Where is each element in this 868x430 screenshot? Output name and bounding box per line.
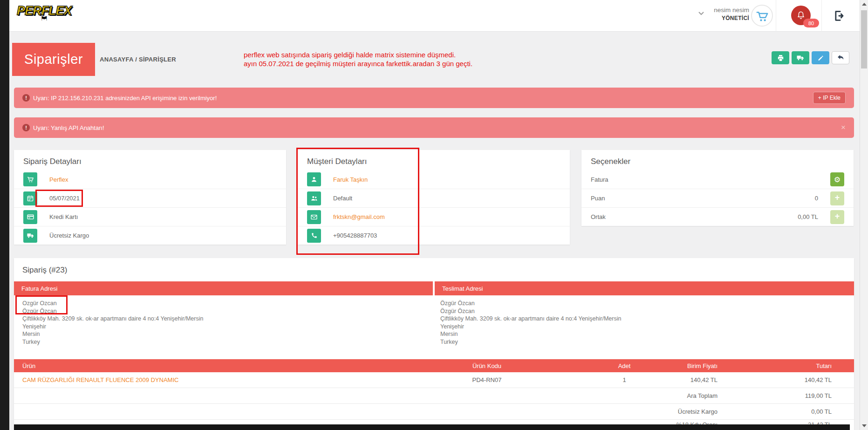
order-card: Sipariş (#23) Fatura Adresi Teslimat Adr…	[14, 258, 854, 430]
invoice-row: Fatura ⚙	[581, 170, 854, 189]
alert-text: Uyarı: Yanlış API Anahtarı!	[33, 124, 104, 131]
col-total: Tutarı	[718, 362, 832, 369]
address-headers: Fatura Adresi Teslimat Adresi	[14, 281, 854, 295]
customer-group-row: Default	[298, 189, 570, 207]
payment-row: Kredi Kartı	[14, 207, 286, 226]
chevron-down-icon[interactable]	[698, 11, 704, 16]
alert-text: Uyarı: IP 212.156.210.231 adresinizden A…	[33, 95, 217, 102]
truck-icon	[796, 54, 805, 62]
clipped-dark-row	[14, 424, 850, 430]
back-arrow-icon	[836, 54, 845, 61]
breadcrumb[interactable]: ANASAYFA / SİPARİŞLER	[100, 56, 176, 63]
products-table: Ürün Ürün Kodu Adet Birim Fiyatı Tutarı …	[14, 359, 854, 430]
product-total: 140,42 TL	[718, 376, 832, 383]
address-line: Turkey	[22, 338, 433, 346]
address-line: Özgür Özcan	[22, 307, 433, 315]
invoice-label: Fatura	[591, 176, 608, 183]
page-scrollbar[interactable]	[860, 0, 868, 430]
shipping-row: Ücretsiz Kargo	[14, 226, 286, 245]
alert-api-key: ! Uyarı: Yanlış API Anahtarı! ×	[14, 117, 854, 138]
bell-icon	[796, 11, 806, 20]
scroll-down-arrow[interactable]	[862, 424, 867, 427]
address-line: Çiftlikköy Mah. 3209 sk. ok-ar apartmanı…	[440, 315, 852, 323]
shipping-button[interactable]	[792, 51, 809, 64]
product-row: CAM RÜZGARLIĞI RENAULT FLUENCE 2009 DYNA…	[14, 372, 854, 388]
product-unit-price: 140,42 TL	[676, 376, 718, 383]
user-role: YÖNETİCİ	[714, 15, 749, 21]
envelope-icon	[307, 210, 321, 224]
partner-label: Ortak	[591, 213, 606, 220]
back-button[interactable]	[832, 51, 849, 64]
address-line: Mersin	[440, 330, 852, 338]
close-icon[interactable]: ×	[841, 123, 846, 132]
customer-name-link[interactable]: Faruk Taşkın	[333, 176, 368, 183]
user-menu[interactable]: nesim nesim YÖNETİCİ	[714, 7, 749, 21]
cart-icon	[23, 172, 37, 186]
warning-icon: !	[22, 124, 30, 131]
order-date: 05/07/2021	[49, 195, 80, 202]
partner-value: 0,00 TL	[798, 213, 818, 220]
customer-name-row: Faruk Taşkın	[298, 170, 570, 189]
address-line: Mersin	[22, 330, 433, 338]
billing-address: Ozgür Ozcan Özgür Özcan Çiftlikköy Mah. …	[14, 295, 433, 346]
summary-label: Ara Toplam	[676, 392, 718, 399]
truck-icon	[23, 229, 37, 243]
logout-icon[interactable]	[833, 9, 846, 22]
alert-api-ip: ! Uyarı: IP 212.156.210.231 adresinizden…	[14, 88, 854, 108]
users-group-icon	[307, 191, 321, 205]
col-qty: Adet	[573, 362, 676, 369]
options-panel: Seçenekler Fatura ⚙ Puan 0 + Ortak 0,00 …	[581, 150, 854, 226]
shipping-address-header: Teslimat Adresi	[435, 281, 854, 295]
pencil-icon	[817, 55, 824, 61]
payment-method: Kredi Kartı	[49, 213, 78, 220]
order-card-title: Sipariş (#23)	[14, 258, 854, 281]
address-line: Ozgür Ozcan	[22, 300, 433, 307]
user-name: nesim nesim	[714, 7, 749, 14]
address-line: Özgür Özcan	[440, 307, 852, 315]
calendar-icon	[23, 191, 37, 205]
notification-badge: 80	[803, 19, 819, 27]
shipping-address: Özgür Özcan Özgür Özcan Çiftlikköy Mah. …	[433, 295, 852, 346]
customer-phone-row: +905428887703	[298, 226, 570, 245]
divider	[776, 0, 776, 32]
store-row: Perflex	[14, 170, 286, 189]
col-product: Ürün	[14, 362, 401, 369]
customer-email-row: frktskn@gmail.com	[298, 207, 570, 226]
scroll-up-arrow[interactable]	[862, 3, 867, 6]
phone-icon	[307, 229, 321, 243]
cart-avatar-icon	[755, 9, 769, 23]
divider	[821, 0, 822, 32]
avatar[interactable]	[751, 5, 773, 27]
col-product-code: Ürün Kodu	[401, 362, 573, 369]
product-name-link[interactable]: CAM RÜZGARLIĞI RENAULT FLUENCE 2009 DYNA…	[14, 376, 401, 383]
add-points-button[interactable]: +	[830, 191, 844, 205]
summary-value: 0,00 TL	[718, 408, 832, 415]
billing-address-header: Fatura Adresi	[14, 281, 433, 295]
invoice-settings-button[interactable]: ⚙	[830, 172, 844, 186]
summary-row-subtotal: Ara Toplam 119,00 TL	[14, 388, 854, 404]
edit-button[interactable]	[812, 51, 829, 64]
print-button[interactable]	[772, 51, 789, 64]
customer-email-link[interactable]: frktskn@gmail.com	[333, 213, 385, 220]
store-link[interactable]: Perflex	[49, 176, 68, 183]
plus-icon: +	[835, 212, 840, 221]
add-ip-button[interactable]: + IP Ekle	[813, 92, 846, 104]
add-partner-button[interactable]: +	[830, 210, 844, 224]
address-line: Yenişehir	[440, 323, 852, 331]
address-line: Yenişehir	[22, 323, 433, 331]
points-label: Puan	[591, 195, 605, 202]
panel-title: Müşteri Detayları	[298, 150, 570, 170]
gear-icon: ⚙	[834, 175, 841, 184]
page-title: Siparişler	[12, 43, 95, 76]
product-qty: 1	[573, 376, 676, 383]
annotation-note-line2: ayın 05.07.2021 de geçilmiş müşteri aray…	[244, 59, 472, 68]
scrollbar-thumb[interactable]	[861, 10, 867, 68]
partner-row: Ortak 0,00 TL +	[581, 207, 854, 226]
printer-icon	[777, 54, 785, 62]
customer-phone: +905428887703	[333, 232, 377, 239]
perflex-logo[interactable]: PERFLEX ⚑⚑	[17, 4, 72, 22]
product-code: PD4-RN07	[401, 376, 573, 383]
annotation-note-line1: perflex web satışında sipariş geldiği ha…	[244, 50, 472, 59]
collapsed-sidebar[interactable]	[0, 0, 9, 430]
credit-card-icon	[23, 210, 37, 224]
